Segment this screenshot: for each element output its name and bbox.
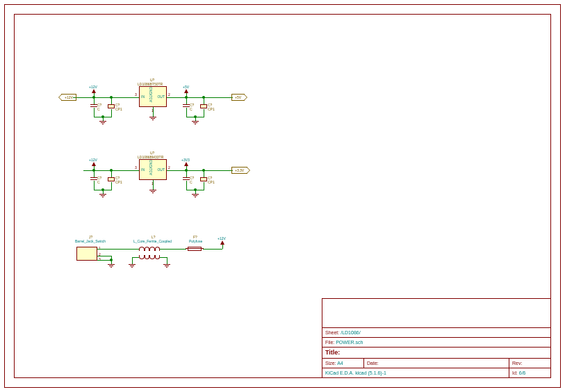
junction [110,96,113,99]
inductor [139,247,160,251]
junction [110,259,113,261]
title-block: Sheet: /LD1086/ File: POWER.sch Title: S… [322,298,551,378]
wire [97,260,111,261]
fuse-part: Polyfuse [189,239,202,243]
cap-val: C [97,180,100,184]
power-12v-label: +12V [218,236,226,240]
wire [97,256,111,256]
wire [186,108,187,117]
wire [222,245,223,249]
file-label: File: [325,340,334,345]
gnd-icon [108,264,115,268]
pcap-val: CP1 [208,180,215,184]
wire [111,109,112,117]
cap-val: C [190,107,193,111]
size-value: A4 [337,361,343,366]
wire [204,109,204,117]
wire [132,257,133,264]
pin-adj-label: ADJ/GND [149,160,153,175]
power-3v3-label: +3V3 [181,158,190,162]
sheet-value: /LD1086/ [341,330,360,335]
u2-pin2: 2 [168,165,170,170]
gnd-icon [129,264,136,268]
u2-pin3: 3 [135,165,137,170]
u1-part: LD1086BT50TR [138,82,163,86]
wire [203,249,222,250]
junction [185,96,188,99]
junction [92,169,95,172]
power-12v-label: +12V [89,158,97,162]
title-label: Title: [322,348,551,358]
power-12v-icon [92,89,96,93]
rev-label: Rev: [512,361,522,366]
gnd-icon [99,194,106,197]
wire [73,97,139,98]
net-text: +3.3V [235,168,244,172]
power-12v-icon [92,162,96,166]
id-label: Id: [512,370,518,375]
tool-value: KiCad E.D.A. kicad (5.1.6)-1 [322,368,509,378]
wire [94,181,95,190]
cap-val: C [97,107,100,111]
polarized-cap [200,177,207,181]
pcap-val: CP1 [208,107,215,111]
junction [194,115,197,118]
pcap-val: CP1 [115,180,122,184]
gnd-icon [192,121,199,124]
inductor [139,255,160,259]
gnd-icon [149,117,156,120]
wire [160,249,181,250]
regulator-5v-chip: IN OUT ADJ/GND [139,86,167,107]
net-3v3-label: +3.3V [231,167,247,174]
wire [132,257,139,258]
jack-part: Barrel_Jack_Switch [75,239,106,243]
wire [94,108,95,117]
junction [202,96,205,99]
junction [101,115,104,118]
pin-in-label: IN [141,95,145,99]
polarized-cap [108,104,115,108]
wire [181,249,186,250]
junction [92,96,95,99]
net-12v-label: +12V [61,94,76,101]
junction [194,188,197,191]
date-label: Date: [367,361,379,366]
wire [97,249,132,250]
pin-out-label: OUT [157,168,165,172]
pin-in-label: IN [141,168,145,172]
polarized-cap [108,177,115,181]
net-text: +12V [65,95,73,99]
wire [204,182,204,190]
u2-part: LD1086BM33TR [138,155,163,159]
u1-pin2: 2 [168,92,170,97]
jack-p1: 1 [99,246,101,250]
gnd-icon [163,264,170,268]
wire [167,97,233,98]
u1-pin3: 3 [135,92,137,97]
wire [186,181,187,190]
power-12v-label: +12V [89,85,97,89]
net-5v-label: +5V [231,94,245,101]
wire [153,180,154,190]
barrel-jack [76,247,97,261]
gnd-icon [99,121,106,124]
power-3v3-icon [184,162,188,166]
id-value: 6/6 [519,370,526,375]
pcap-val: CP1 [115,107,122,111]
gnd-icon [149,190,156,193]
cap-val: C [190,180,193,184]
pin-out-label: OUT [157,95,165,99]
polyfuse [188,247,202,251]
wire [132,249,139,250]
junction [101,188,104,191]
junction [185,169,188,172]
ind-part: L_Core_Ferrite_Coupled [133,239,172,243]
junction [202,169,205,172]
junction [110,169,113,172]
polarized-cap [200,104,207,108]
file-value: POWER.sch [336,340,363,345]
size-label: Size: [325,361,336,366]
pin-adj-label: ADJ/GND [149,87,153,102]
wire [111,182,112,190]
jack-p3: 3 [99,257,101,261]
